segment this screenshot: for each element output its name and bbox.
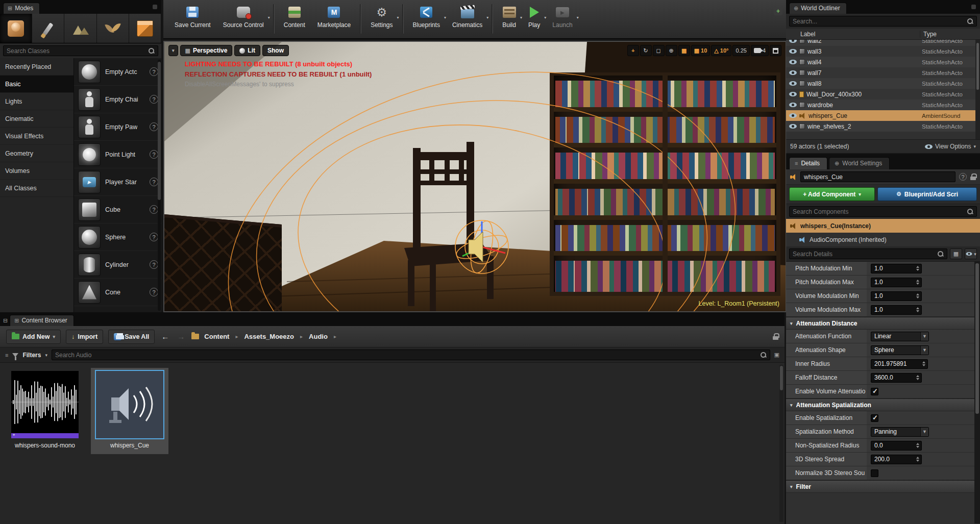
spinner[interactable] bbox=[915, 293, 920, 298]
breadcrumb-content[interactable]: Content bbox=[204, 333, 229, 340]
show-button[interactable]: Show bbox=[262, 45, 289, 56]
component-instance-row[interactable]: whispers_Cue(Instance) bbox=[786, 219, 980, 233]
spinner[interactable] bbox=[915, 443, 920, 448]
panel-pin-icon[interactable] bbox=[971, 5, 976, 9]
asset-whispers-sound-mono[interactable]: * whispers-sound-mono bbox=[6, 368, 84, 454]
visibility-eye-icon[interactable] bbox=[789, 70, 797, 75]
paint-mode-button[interactable] bbox=[32, 14, 64, 43]
placeable-cylinder[interactable]: Cylinder ? bbox=[74, 251, 161, 279]
details-tab[interactable]: ≡ Details bbox=[789, 157, 827, 169]
breadcrumb-assets-moeezo[interactable]: Assets_Moeezo bbox=[244, 333, 294, 340]
enable-spatialization-checkbox[interactable] bbox=[871, 414, 878, 422]
breadcrumb-expand[interactable]: ▸ bbox=[333, 334, 337, 339]
outliner-row-wine-shelves[interactable]: wine_shelves_2 StaticMeshActo bbox=[786, 121, 980, 132]
visibility-eye-icon[interactable] bbox=[789, 49, 797, 54]
pitch-modulation-min-input[interactable]: 1.0 bbox=[871, 264, 922, 273]
falloff-distance-input[interactable]: 3600.0 bbox=[871, 373, 922, 383]
surface-snap-button[interactable]: ▦ bbox=[678, 45, 690, 56]
perspective-button[interactable]: ▦ Perspective bbox=[180, 45, 233, 56]
inner-radius-input[interactable]: 201.975891 bbox=[871, 359, 928, 369]
category-basic[interactable]: Basic bbox=[0, 76, 74, 93]
visibility-eye-icon[interactable] bbox=[789, 92, 797, 96]
settings-button[interactable]: ⚙ Settings ▾ bbox=[364, 3, 399, 31]
property-matrix-button[interactable]: ▦ bbox=[950, 248, 962, 259]
content-browser-tab[interactable]: ⊞ Content Browser bbox=[10, 315, 74, 326]
chevron-down-icon[interactable]: ▾ bbox=[45, 353, 47, 358]
placeable-empty-pawn[interactable]: Empty Paw ? bbox=[74, 113, 161, 141]
search-details-input[interactable]: Search Details bbox=[789, 248, 947, 259]
outliner-column-headers[interactable]: Label Type bbox=[786, 29, 980, 40]
translate-tool-button[interactable]: + bbox=[627, 45, 639, 56]
source-control-button[interactable]: Source Control ▾ bbox=[217, 3, 270, 31]
visibility-eye-icon[interactable] bbox=[789, 103, 797, 107]
import-button[interactable]: ↓ Import bbox=[66, 330, 103, 344]
placeable-empty-actor[interactable]: Empty Actc ? bbox=[74, 58, 161, 86]
scale-tool-button[interactable]: ◻ bbox=[653, 45, 665, 56]
category-volumes[interactable]: Volumes bbox=[0, 162, 74, 180]
viewport[interactable]: Y X bbox=[163, 41, 787, 312]
forward-button[interactable]: → bbox=[176, 332, 186, 341]
foliage-mode-button[interactable] bbox=[97, 14, 129, 43]
placeable-list-scrollbar[interactable] bbox=[158, 60, 161, 311]
panel-pin-icon[interactable] bbox=[153, 5, 157, 9]
category-recently-placed[interactable]: Recently Placed bbox=[0, 58, 74, 76]
toolbar-overflow-icon[interactable]: + bbox=[774, 7, 782, 15]
viewport-options-button[interactable]: ▾ bbox=[168, 45, 178, 56]
world-settings-tab[interactable]: ⊕ World Settings bbox=[829, 157, 890, 169]
visibility-eye-icon[interactable] bbox=[789, 113, 797, 118]
placeable-point-light[interactable]: Point Light ? bbox=[74, 141, 161, 168]
world-outliner-tab[interactable]: ⊕ World Outliner bbox=[789, 3, 847, 14]
build-button[interactable]: Build ▾ bbox=[496, 3, 522, 31]
geometry-mode-button[interactable] bbox=[129, 14, 161, 43]
placeable-sphere[interactable]: Sphere ? bbox=[74, 223, 161, 251]
outliner-scrollbar[interactable] bbox=[975, 40, 980, 139]
asset-grid-scrollbar[interactable] bbox=[779, 365, 783, 522]
add-component-button[interactable]: + Add Component ▾ bbox=[789, 187, 875, 201]
enable-volume-attenuation-checkbox[interactable] bbox=[871, 388, 878, 395]
non-spatialized-radius-input[interactable]: 0.0 bbox=[871, 441, 922, 451]
spinner[interactable] bbox=[915, 307, 920, 312]
breadcrumb-audio[interactable]: Audio bbox=[309, 333, 328, 340]
outliner-row-wall3[interactable]: wall3 StaticMeshActo bbox=[786, 46, 980, 57]
visibility-eye-icon[interactable] bbox=[789, 124, 797, 129]
visibility-eye-icon[interactable] bbox=[789, 40, 797, 43]
details-scrollbar[interactable] bbox=[974, 262, 980, 523]
rotation-snap-button[interactable]: △ 10° bbox=[711, 45, 731, 56]
lit-button[interactable]: Lit bbox=[234, 45, 260, 56]
stereo-spread-input[interactable]: 200.0 bbox=[871, 455, 922, 464]
camera-speed-button[interactable]: 4 bbox=[751, 45, 769, 56]
volume-modulation-min-input[interactable]: 1.0 bbox=[871, 291, 922, 301]
outliner-search-input[interactable]: Search... bbox=[789, 16, 977, 27]
sources-panel-icon[interactable]: ≡ bbox=[5, 352, 8, 358]
volume-modulation-max-input[interactable]: 1.0 bbox=[871, 305, 922, 315]
outliner-row-wall2[interactable]: wall2 StaticMeshActo bbox=[786, 40, 980, 46]
lock-icon[interactable] bbox=[773, 333, 778, 340]
cinematics-button[interactable]: Cinematics ▾ bbox=[446, 3, 488, 31]
marketplace-button[interactable]: M Marketplace bbox=[311, 3, 357, 31]
play-button[interactable]: Play ▾ bbox=[522, 3, 546, 31]
outliner-row-wall-door[interactable]: Wall_Door_400x300 StaticMeshActo bbox=[786, 89, 980, 99]
outliner-row-whispers-cue[interactable]: whispers_Cue AmbientSound bbox=[786, 110, 980, 121]
filter-section[interactable]: ▾ Filter bbox=[786, 480, 980, 493]
blueprints-button[interactable]: Blueprints ▾ bbox=[407, 3, 446, 31]
chevron-down-icon[interactable]: ▾ bbox=[486, 15, 488, 20]
actor-name-input[interactable]: whispers_Cue bbox=[800, 171, 955, 182]
outliner-row-wall4[interactable]: wall4 StaticMeshActo bbox=[786, 57, 980, 67]
layout-icon[interactable]: ⊟ bbox=[3, 317, 8, 324]
category-all-classes[interactable]: All Classes bbox=[0, 180, 74, 197]
chevron-down-icon[interactable]: ▾ bbox=[268, 15, 270, 20]
placeable-player-start[interactable]: Player Star ? bbox=[74, 168, 161, 196]
save-current-button[interactable]: Save Current bbox=[168, 3, 217, 31]
save-search-icon[interactable]: ▣ bbox=[774, 352, 779, 358]
category-geometry[interactable]: Geometry bbox=[0, 145, 74, 162]
asset-whispers-cue[interactable]: whispers_Cue bbox=[91, 368, 168, 454]
attenuation-shape-dropdown[interactable]: Sphere ▼ bbox=[871, 345, 929, 355]
spinner[interactable] bbox=[915, 457, 920, 462]
chevron-down-icon[interactable]: ▾ bbox=[397, 15, 399, 20]
landscape-mode-button[interactable] bbox=[64, 14, 96, 43]
search-classes-input[interactable]: Search Classes bbox=[3, 45, 158, 56]
blueprint-add-script-button[interactable]: ⚙ Blueprint/Add Scri bbox=[877, 187, 977, 201]
save-all-button[interactable]: Save All bbox=[108, 330, 155, 344]
filters-button[interactable]: Filters bbox=[22, 352, 41, 359]
audio-component-row[interactable]: AudioComponent (Inherited) bbox=[786, 233, 980, 246]
